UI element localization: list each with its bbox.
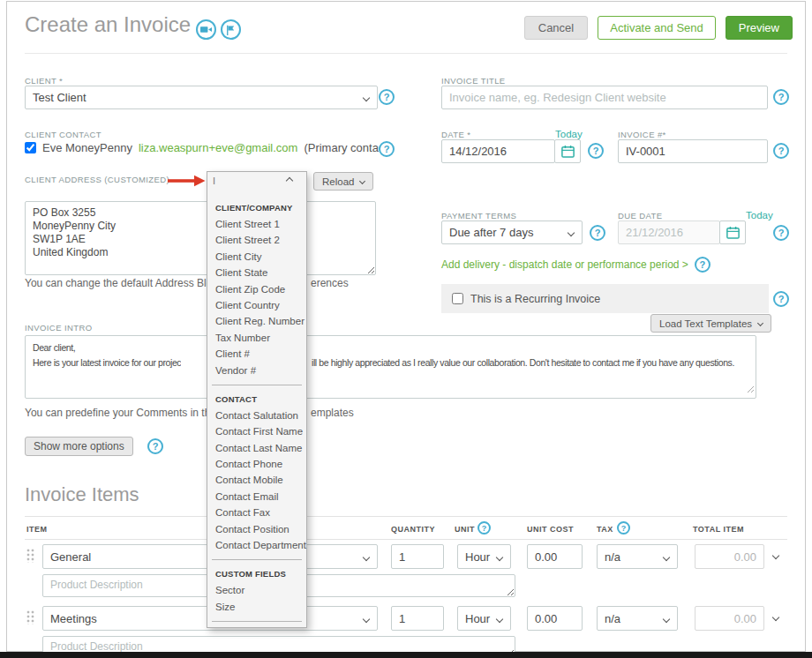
invoice-intro-editor[interactable]: Dear client, Here is your latest invoice… <box>25 335 756 399</box>
contact-checkbox[interactable] <box>25 142 36 153</box>
calendar-icon <box>561 145 575 158</box>
activate-and-send-button[interactable]: Activate and Send <box>598 16 716 40</box>
help-icon[interactable]: ? <box>617 521 630 535</box>
menu-section-header: CLIENT/COMPANY <box>207 200 306 216</box>
show-more-options-button[interactable]: Show more options <box>25 437 133 456</box>
cancel-button[interactable]: Cancel <box>524 16 588 40</box>
menu-item[interactable]: Client # <box>207 346 306 362</box>
help-icon[interactable]: ? <box>477 521 491 535</box>
menu-item[interactable]: Tax Number <box>207 330 306 346</box>
placeholder-dropdown-menu: I CLIENT/COMPANY Client Street 1 Client … <box>207 171 307 628</box>
delivery-period-link[interactable]: Add delivery - dispatch date or performa… <box>441 258 688 271</box>
client-select[interactable]: Test Client <box>25 86 378 109</box>
menu-item[interactable]: Sector <box>207 582 306 598</box>
help-icon[interactable]: ? <box>379 89 395 105</box>
column-total-item-label: TOTAL ITEM <box>693 525 744 534</box>
date-input[interactable] <box>441 139 555 163</box>
toggle-label-fragment: I <box>213 176 215 186</box>
header-divider <box>25 53 787 54</box>
total-item-input[interactable] <box>695 544 764 569</box>
unit-cost-input[interactable] <box>527 544 583 569</box>
menu-item[interactable]: Contact Mobile <box>207 472 306 488</box>
due-date-label: DUE DATE <box>618 211 663 221</box>
intro-hint-link[interactable]: emplates <box>311 407 354 419</box>
help-icon[interactable]: ? <box>695 257 710 273</box>
menu-divider <box>212 385 302 385</box>
chevron-down-icon <box>663 616 670 623</box>
payment-terms-select[interactable]: Due after 7 days <box>441 221 583 244</box>
due-date-calendar-button[interactable] <box>719 221 746 244</box>
menu-item[interactable]: Contact Fax <box>207 505 306 520</box>
due-date-today-link[interactable]: Today <box>746 210 773 221</box>
tax-select-value: n/a <box>605 550 620 564</box>
help-icon[interactable]: ? <box>147 438 163 454</box>
placeholder-menu-toggle-button[interactable]: I <box>207 172 306 190</box>
column-item-label: ITEM <box>26 525 48 534</box>
menu-item[interactable]: Client Street 2 <box>207 232 306 248</box>
menu-item[interactable]: Client City <box>207 249 306 265</box>
help-icon[interactable]: ? <box>773 291 789 307</box>
contact-name: Eve MoneyPenny <box>42 141 132 154</box>
menu-item[interactable]: Client Reg. Number <box>207 313 306 329</box>
row-expand-chevron-icon[interactable] <box>772 552 779 559</box>
menu-item[interactable]: Client Street 1 <box>207 216 306 232</box>
total-item-input[interactable] <box>695 606 764 631</box>
help-icon[interactable]: ? <box>379 141 395 157</box>
unit-select[interactable]: Hour <box>457 544 511 569</box>
invoice-title-input[interactable] <box>441 86 768 109</box>
invoice-number-input[interactable] <box>618 139 768 163</box>
load-text-templates-button[interactable]: Load Text Templates <box>650 314 771 333</box>
drag-handle-icon[interactable] <box>26 610 35 624</box>
tax-select[interactable]: n/a <box>597 544 678 569</box>
help-icon[interactable]: ? <box>773 225 789 241</box>
help-icon[interactable]: ? <box>588 143 604 159</box>
menu-item[interactable]: Contact First Name <box>207 423 306 439</box>
menu-item[interactable]: Client Zip Code <box>207 281 306 297</box>
recurring-checkbox[interactable] <box>452 293 463 304</box>
load-text-templates-label: Load Text Templates <box>659 318 752 329</box>
client-select-value: Test Client <box>33 91 86 104</box>
menu-section-header: CONTACT <box>207 392 306 408</box>
drag-handle-icon[interactable] <box>26 549 35 563</box>
recurring-invoice-box: This is a Recurring Invoice <box>441 284 769 313</box>
preview-button[interactable]: Preview <box>726 16 793 40</box>
invoice-title-label: INVOICE TITLE <box>441 76 506 86</box>
quantity-input[interactable] <box>391 606 444 631</box>
row-expand-chevron-icon[interactable] <box>772 614 779 621</box>
contact-email-link[interactable]: liza.weaspurn+eve@gmail.com <box>139 141 297 154</box>
flag-icon[interactable] <box>221 19 241 40</box>
chevron-down-icon <box>496 554 503 561</box>
address-textarea[interactable] <box>25 201 376 275</box>
unit-cost-input[interactable] <box>527 606 583 631</box>
video-icon[interactable] <box>196 19 216 40</box>
date-calendar-button[interactable] <box>554 139 581 163</box>
menu-item[interactable]: Client Country <box>207 297 306 313</box>
menu-item[interactable]: Contact Position <box>207 521 306 537</box>
reload-button[interactable]: Reload <box>313 172 373 191</box>
menu-item[interactable]: Client State <box>207 265 306 280</box>
menu-item[interactable]: Vendor # <box>207 363 306 378</box>
invoice-number-label: INVOICE #* <box>618 130 666 139</box>
client-contact-row: Eve MoneyPenny liza.weaspurn+eve@gmail.c… <box>25 141 391 154</box>
unit-select[interactable]: Hour <box>457 606 511 631</box>
delivery-row: Add delivery - dispatch date or performa… <box>441 257 710 273</box>
help-icon[interactable]: ? <box>773 143 789 159</box>
menu-item[interactable]: Contact Department <box>207 537 306 553</box>
item-select-value: General <box>50 550 91 564</box>
menu-item[interactable]: Size <box>207 599 306 615</box>
menu-item[interactable]: Contact Last Name <box>207 440 306 456</box>
tax-select[interactable]: n/a <box>597 606 678 631</box>
menu-item[interactable]: Contact Phone <box>207 456 306 472</box>
due-date-input[interactable] <box>618 221 720 244</box>
help-icon[interactable]: ? <box>773 89 789 105</box>
address-hint-link[interactable]: erences <box>311 277 349 289</box>
chevron-down-icon <box>663 554 670 561</box>
quantity-input[interactable] <box>391 544 444 569</box>
payment-terms-label: PAYMENT TERMS <box>441 211 516 221</box>
menu-item[interactable]: Contact Salutation <box>207 408 306 423</box>
chevron-down-icon <box>496 616 503 623</box>
help-icon[interactable]: ? <box>590 225 605 241</box>
date-today-link[interactable]: Today <box>555 129 583 139</box>
menu-item[interactable]: Contact Email <box>207 489 306 505</box>
resize-handle-icon[interactable] <box>746 381 755 397</box>
